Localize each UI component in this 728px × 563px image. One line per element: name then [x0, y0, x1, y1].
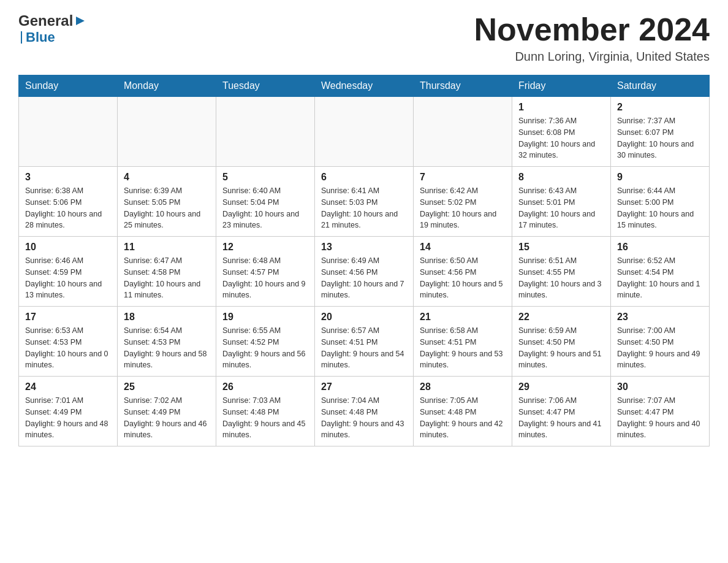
- day-info-19: Sunrise: 6:55 AMSunset: 4:52 PMDaylight:…: [222, 325, 308, 371]
- day-number-12: 12: [222, 242, 308, 253]
- col-friday: Friday: [512, 75, 611, 97]
- day-number-28: 28: [420, 381, 506, 393]
- day-number-13: 13: [321, 242, 407, 253]
- cell-w5-d2: 25Sunrise: 7:02 AMSunset: 4:49 PMDayligh…: [118, 377, 216, 446]
- day-info-6: Sunrise: 6:41 AMSunset: 5:03 PMDaylight:…: [321, 185, 407, 231]
- page-header: General Blue November 2024 Dunn Loring, …: [18, 12, 710, 64]
- day-number-7: 7: [420, 172, 506, 183]
- cell-w5-d4: 27Sunrise: 7:04 AMSunset: 4:48 PMDayligh…: [315, 377, 414, 446]
- day-number-20: 20: [321, 312, 407, 323]
- day-number-18: 18: [124, 312, 210, 323]
- day-info-24: Sunrise: 7:01 AMSunset: 4:49 PMDaylight:…: [25, 395, 111, 441]
- cell-w4-d5: 21Sunrise: 6:58 AMSunset: 4:51 PMDayligh…: [414, 307, 512, 377]
- day-number-2: 2: [617, 102, 703, 113]
- week-row-2: 3Sunrise: 6:38 AMSunset: 5:06 PMDaylight…: [19, 167, 710, 237]
- svg-marker-0: [76, 17, 85, 25]
- cell-w4-d4: 20Sunrise: 6:57 AMSunset: 4:51 PMDayligh…: [315, 307, 414, 377]
- cell-w3-d6: 15Sunrise: 6:51 AMSunset: 4:55 PMDayligh…: [512, 237, 611, 307]
- day-info-21: Sunrise: 6:58 AMSunset: 4:51 PMDaylight:…: [420, 325, 506, 371]
- cell-w5-d3: 26Sunrise: 7:03 AMSunset: 4:48 PMDayligh…: [216, 377, 315, 446]
- day-info-14: Sunrise: 6:50 AMSunset: 4:56 PMDaylight:…: [420, 255, 506, 301]
- title-area: November 2024 Dunn Loring, Virginia, Uni…: [474, 12, 710, 64]
- day-info-8: Sunrise: 6:43 AMSunset: 5:01 PMDaylight:…: [518, 185, 604, 231]
- cell-w4-d3: 19Sunrise: 6:55 AMSunset: 4:52 PMDayligh…: [216, 307, 315, 377]
- logo: General Blue: [18, 12, 86, 45]
- cell-w2-d7: 9Sunrise: 6:44 AMSunset: 5:00 PMDaylight…: [611, 167, 710, 237]
- cell-w2-d3: 5Sunrise: 6:40 AMSunset: 5:04 PMDaylight…: [216, 167, 315, 237]
- day-info-12: Sunrise: 6:48 AMSunset: 4:57 PMDaylight:…: [222, 255, 308, 301]
- day-number-22: 22: [518, 312, 604, 323]
- cell-w5-d6: 29Sunrise: 7:06 AMSunset: 4:47 PMDayligh…: [512, 377, 611, 446]
- day-info-30: Sunrise: 7:07 AMSunset: 4:47 PMDaylight:…: [617, 395, 703, 441]
- day-info-23: Sunrise: 7:00 AMSunset: 4:50 PMDaylight:…: [617, 325, 703, 371]
- week-row-4: 17Sunrise: 6:53 AMSunset: 4:53 PMDayligh…: [19, 307, 710, 377]
- cell-w1-d2: [118, 97, 216, 167]
- week-row-5: 24Sunrise: 7:01 AMSunset: 4:49 PMDayligh…: [19, 377, 710, 446]
- day-info-26: Sunrise: 7:03 AMSunset: 4:48 PMDaylight:…: [222, 395, 308, 441]
- day-info-13: Sunrise: 6:49 AMSunset: 4:56 PMDaylight:…: [321, 255, 407, 301]
- col-monday: Monday: [118, 75, 216, 97]
- day-info-11: Sunrise: 6:47 AMSunset: 4:58 PMDaylight:…: [124, 255, 210, 301]
- day-number-9: 9: [617, 172, 703, 183]
- day-info-28: Sunrise: 7:05 AMSunset: 4:48 PMDaylight:…: [420, 395, 506, 441]
- cell-w1-d1: [19, 97, 118, 167]
- day-number-16: 16: [617, 242, 703, 253]
- col-thursday: Thursday: [414, 75, 512, 97]
- col-wednesday: Wednesday: [315, 75, 414, 97]
- col-sunday: Sunday: [19, 75, 118, 97]
- day-info-16: Sunrise: 6:52 AMSunset: 4:54 PMDaylight:…: [617, 255, 703, 301]
- cell-w1-d6: 1Sunrise: 7:36 AMSunset: 6:08 PMDaylight…: [512, 97, 611, 167]
- cell-w4-d2: 18Sunrise: 6:54 AMSunset: 4:53 PMDayligh…: [118, 307, 216, 377]
- day-number-17: 17: [25, 312, 111, 323]
- day-number-5: 5: [222, 172, 308, 183]
- day-info-2: Sunrise: 7:37 AMSunset: 6:07 PMDaylight:…: [617, 115, 703, 161]
- day-number-4: 4: [124, 172, 210, 183]
- calendar-table: Sunday Monday Tuesday Wednesday Thursday…: [18, 75, 710, 446]
- day-info-1: Sunrise: 7:36 AMSunset: 6:08 PMDaylight:…: [518, 115, 604, 161]
- day-number-14: 14: [420, 242, 506, 253]
- cell-w1-d3: [216, 97, 315, 167]
- cell-w3-d7: 16Sunrise: 6:52 AMSunset: 4:54 PMDayligh…: [611, 237, 710, 307]
- col-saturday: Saturday: [611, 75, 710, 97]
- cell-w3-d4: 13Sunrise: 6:49 AMSunset: 4:56 PMDayligh…: [315, 237, 414, 307]
- logo-blue-text: Blue: [26, 29, 55, 45]
- location-subtitle: Dunn Loring, Virginia, United States: [474, 50, 710, 64]
- day-number-19: 19: [222, 312, 308, 323]
- day-number-11: 11: [124, 242, 210, 253]
- cell-w5-d5: 28Sunrise: 7:05 AMSunset: 4:48 PMDayligh…: [414, 377, 512, 446]
- day-number-8: 8: [518, 172, 604, 183]
- day-info-22: Sunrise: 6:59 AMSunset: 4:50 PMDaylight:…: [518, 325, 604, 371]
- day-number-1: 1: [518, 102, 604, 113]
- day-number-29: 29: [518, 381, 604, 393]
- day-number-6: 6: [321, 172, 407, 183]
- logo-arrow-icon: [75, 15, 86, 29]
- cell-w1-d4: [315, 97, 414, 167]
- cell-w4-d6: 22Sunrise: 6:59 AMSunset: 4:50 PMDayligh…: [512, 307, 611, 377]
- cell-w1-d7: 2Sunrise: 7:37 AMSunset: 6:07 PMDaylight…: [611, 97, 710, 167]
- month-title: November 2024: [474, 12, 710, 47]
- day-info-18: Sunrise: 6:54 AMSunset: 4:53 PMDaylight:…: [124, 325, 210, 371]
- day-info-29: Sunrise: 7:06 AMSunset: 4:47 PMDaylight:…: [518, 395, 604, 441]
- day-info-27: Sunrise: 7:04 AMSunset: 4:48 PMDaylight:…: [321, 395, 407, 441]
- cell-w3-d3: 12Sunrise: 6:48 AMSunset: 4:57 PMDayligh…: [216, 237, 315, 307]
- cell-w2-d4: 6Sunrise: 6:41 AMSunset: 5:03 PMDaylight…: [315, 167, 414, 237]
- day-number-25: 25: [124, 381, 210, 393]
- day-info-25: Sunrise: 7:02 AMSunset: 4:49 PMDaylight:…: [124, 395, 210, 441]
- cell-w2-d6: 8Sunrise: 6:43 AMSunset: 5:01 PMDaylight…: [512, 167, 611, 237]
- day-number-23: 23: [617, 312, 703, 323]
- cell-w2-d5: 7Sunrise: 6:42 AMSunset: 5:02 PMDaylight…: [414, 167, 512, 237]
- day-info-20: Sunrise: 6:57 AMSunset: 4:51 PMDaylight:…: [321, 325, 407, 371]
- col-tuesday: Tuesday: [216, 75, 315, 97]
- day-info-10: Sunrise: 6:46 AMSunset: 4:59 PMDaylight:…: [25, 255, 111, 301]
- day-info-15: Sunrise: 6:51 AMSunset: 4:55 PMDaylight:…: [518, 255, 604, 301]
- cell-w2-d2: 4Sunrise: 6:39 AMSunset: 5:05 PMDaylight…: [118, 167, 216, 237]
- day-info-7: Sunrise: 6:42 AMSunset: 5:02 PMDaylight:…: [420, 185, 506, 231]
- cell-w1-d5: [414, 97, 512, 167]
- day-info-9: Sunrise: 6:44 AMSunset: 5:00 PMDaylight:…: [617, 185, 703, 231]
- day-number-30: 30: [617, 381, 703, 393]
- day-number-15: 15: [518, 242, 604, 253]
- calendar-header-row: Sunday Monday Tuesday Wednesday Thursday…: [19, 75, 710, 97]
- cell-w3-d1: 10Sunrise: 6:46 AMSunset: 4:59 PMDayligh…: [19, 237, 118, 307]
- cell-w3-d5: 14Sunrise: 6:50 AMSunset: 4:56 PMDayligh…: [414, 237, 512, 307]
- day-number-10: 10: [25, 242, 111, 253]
